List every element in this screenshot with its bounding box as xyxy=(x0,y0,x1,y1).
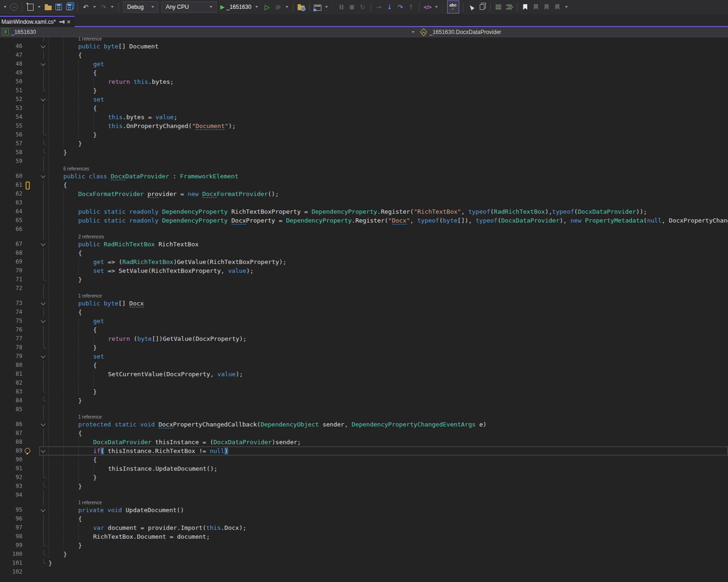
line-number[interactable]: 58 xyxy=(0,148,22,157)
code-line-48[interactable]: 48get xyxy=(0,60,728,68)
code-line-67[interactable]: 67public RadRichTextBox RichTextBox xyxy=(0,240,728,249)
codelens-row[interactable]: 1 reference xyxy=(0,293,728,299)
line-number[interactable]: 67 xyxy=(0,240,22,249)
code-line-66[interactable]: 66 xyxy=(0,225,728,234)
line-number[interactable]: 100 xyxy=(0,550,22,559)
find-in-files-button[interactable] xyxy=(296,1,306,13)
line-number[interactable]: 48 xyxy=(0,60,22,68)
save-all-button[interactable] xyxy=(64,1,75,13)
undo-caret[interactable] xyxy=(93,6,96,8)
nav-forward-button[interactable]: → xyxy=(9,1,19,13)
code-line-52[interactable]: 52set xyxy=(0,95,728,104)
fold-collapse-chevron[interactable] xyxy=(40,352,47,361)
codelens-label[interactable]: 6 references xyxy=(48,166,89,172)
code-line-83[interactable]: 83} xyxy=(0,387,728,396)
code-line-58[interactable]: 58} xyxy=(0,148,728,157)
code-line-77[interactable]: 77return (byte[])GetValue(DocxProperty); xyxy=(0,334,728,343)
xaml-caret[interactable] xyxy=(435,6,438,8)
line-number[interactable]: 88 xyxy=(0,438,22,447)
code-line-76[interactable]: 76{ xyxy=(0,325,728,334)
toolbar-overflow-caret[interactable] xyxy=(4,6,7,8)
code-line-98[interactable]: 98RichTextBox.Document = document; xyxy=(0,532,728,541)
redo-button[interactable]: ↷ xyxy=(98,1,109,13)
select-tool-button[interactable] xyxy=(466,1,476,13)
toolbar-grip[interactable] xyxy=(442,3,444,11)
line-number[interactable]: 70 xyxy=(0,266,22,275)
code-line-60[interactable]: 60public class DocxDataProvider : Framew… xyxy=(0,172,728,181)
project-dropdown[interactable]: _1651630 xyxy=(11,29,36,35)
platform-select[interactable]: Any CPU xyxy=(162,1,217,13)
fold-collapse-chevron[interactable] xyxy=(40,95,47,104)
fold-collapse-chevron[interactable] xyxy=(40,240,47,249)
code-line-51[interactable]: 51} xyxy=(0,86,728,95)
code-line-87[interactable]: 87{ xyxy=(0,429,728,438)
code-line-78[interactable]: 78} xyxy=(0,343,728,352)
line-number[interactable]: 69 xyxy=(0,257,22,266)
code-line-59[interactable]: 59 xyxy=(0,157,728,166)
fold-collapse-chevron[interactable] xyxy=(40,60,47,68)
code-line-85[interactable]: 85 xyxy=(0,405,728,414)
fold-collapse-chevron[interactable] xyxy=(40,172,47,181)
code-line-94[interactable]: 94 xyxy=(0,491,728,500)
spell-check-toggle[interactable]: abc ✓ xyxy=(447,0,459,14)
window-layout-button[interactable] xyxy=(313,1,323,13)
line-number[interactable]: 77 xyxy=(0,334,22,343)
code-line-102[interactable]: 102 xyxy=(0,568,728,576)
stop-button[interactable] xyxy=(347,1,357,13)
code-line-79[interactable]: 79set xyxy=(0,352,728,361)
codelens-label[interactable]: 1 reference xyxy=(48,500,102,506)
line-number[interactable]: 68 xyxy=(0,249,22,257)
step-over-button[interactable]: ↷ xyxy=(395,1,406,13)
line-number[interactable]: 101 xyxy=(0,559,22,568)
fold-collapse-chevron[interactable] xyxy=(40,299,47,308)
code-line-74[interactable]: 74{ xyxy=(0,308,728,317)
redo-caret[interactable] xyxy=(111,6,114,8)
step-into-button[interactable]: ↓ xyxy=(385,1,395,13)
line-number[interactable]: 50 xyxy=(0,77,22,86)
codelens-label[interactable]: 1 reference xyxy=(48,37,102,42)
codelens-row[interactable]: 1 reference xyxy=(0,500,728,506)
line-number[interactable]: 63 xyxy=(0,198,22,207)
format-indent-button[interactable] xyxy=(493,1,503,13)
debug-config-select[interactable]: Debug xyxy=(123,1,158,13)
code-line-81[interactable]: 81SetCurrentValue(DocxProperty, value); xyxy=(0,370,728,379)
line-number[interactable]: 95 xyxy=(0,506,22,514)
line-number[interactable]: 96 xyxy=(0,514,22,523)
profiler-button[interactable] xyxy=(273,1,283,13)
project-dropdown-caret[interactable] xyxy=(412,31,415,33)
line-number[interactable]: 102 xyxy=(0,568,22,576)
line-number[interactable]: 91 xyxy=(0,464,22,473)
line-number[interactable]: 75 xyxy=(0,317,22,325)
code-line-64[interactable]: 64public static readonly DependencyPrope… xyxy=(0,207,728,216)
line-number[interactable]: 84 xyxy=(0,396,22,405)
code-line-50[interactable]: 50return this.bytes; xyxy=(0,77,728,86)
line-number[interactable]: 71 xyxy=(0,275,22,284)
line-number[interactable]: 55 xyxy=(0,122,22,130)
codelens-label[interactable]: 1 reference xyxy=(48,414,102,420)
fold-collapse-chevron[interactable] xyxy=(40,420,47,429)
code-line-91[interactable]: 91thisInstance.UpdateDocument(); xyxy=(0,464,728,473)
line-number[interactable]: 64 xyxy=(0,207,22,216)
code-line-71[interactable]: 71} xyxy=(0,275,728,284)
code-line-56[interactable]: 56} xyxy=(0,130,728,139)
code-line-93[interactable]: 93} xyxy=(0,482,728,491)
codelens-label[interactable]: 2 references xyxy=(48,234,104,240)
profiler-caret[interactable] xyxy=(286,6,288,8)
code-line-82[interactable]: 82 xyxy=(0,379,728,387)
line-number[interactable]: 61 xyxy=(0,181,22,189)
line-number[interactable]: 65 xyxy=(0,216,22,225)
line-number[interactable]: 53 xyxy=(0,104,22,113)
prev-bookmark-button[interactable] xyxy=(531,1,541,13)
next-bookmark-button[interactable] xyxy=(542,1,552,13)
line-number[interactable]: 79 xyxy=(0,352,22,361)
code-line-61[interactable]: 61{ xyxy=(0,181,728,189)
line-number[interactable]: 78 xyxy=(0,343,22,352)
code-line-96[interactable]: 96{ xyxy=(0,514,728,523)
new-file-caret[interactable] xyxy=(38,6,41,8)
line-number[interactable]: 60 xyxy=(0,172,22,181)
code-line-75[interactable]: 75get xyxy=(0,317,728,325)
lightbulb-icon[interactable] xyxy=(25,448,30,453)
codelens-row[interactable]: 6 references xyxy=(0,166,728,172)
line-number[interactable]: 98 xyxy=(0,532,22,541)
code-line-62[interactable]: 62DocxFormatProvider provider = new Docx… xyxy=(0,189,728,198)
